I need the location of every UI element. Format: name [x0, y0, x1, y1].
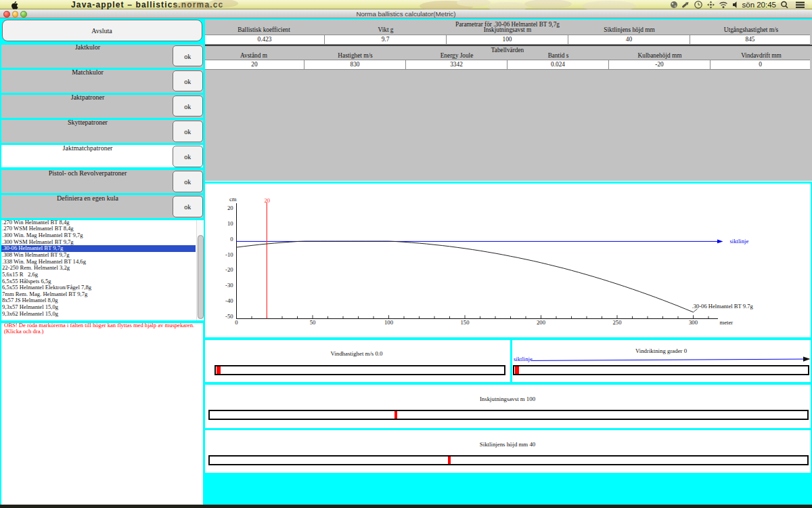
svg-text:150: 150 — [460, 319, 469, 326]
svg-text:0: 0 — [235, 319, 238, 326]
svg-text:-30: -30 — [225, 282, 233, 289]
svg-text:-40: -40 — [225, 297, 233, 304]
svg-text:20: 20 — [264, 197, 270, 204]
svg-text:0: 0 — [230, 236, 233, 242]
svg-text:-50: -50 — [225, 313, 233, 320]
svg-text:100: 100 — [384, 319, 393, 326]
svg-text:10: 10 — [227, 220, 233, 227]
svg-text:-20: -20 — [225, 266, 233, 273]
svg-text:20: 20 — [227, 205, 233, 211]
svg-text:siktlinje: siktlinje — [514, 356, 533, 362]
svg-text:-10: -10 — [225, 251, 233, 258]
svg-text:250: 250 — [612, 319, 621, 326]
svg-text:siktlinje: siktlinje — [729, 238, 748, 245]
svg-text:50: 50 — [309, 319, 315, 326]
svg-text:.30-06 Helmantel BT 9.7g: .30-06 Helmantel BT 9.7g — [692, 303, 753, 310]
svg-text:200: 200 — [537, 319, 545, 326]
svg-text:meter: meter — [719, 319, 733, 326]
svg-text:300: 300 — [689, 319, 698, 326]
svg-text:cm: cm — [229, 196, 237, 203]
